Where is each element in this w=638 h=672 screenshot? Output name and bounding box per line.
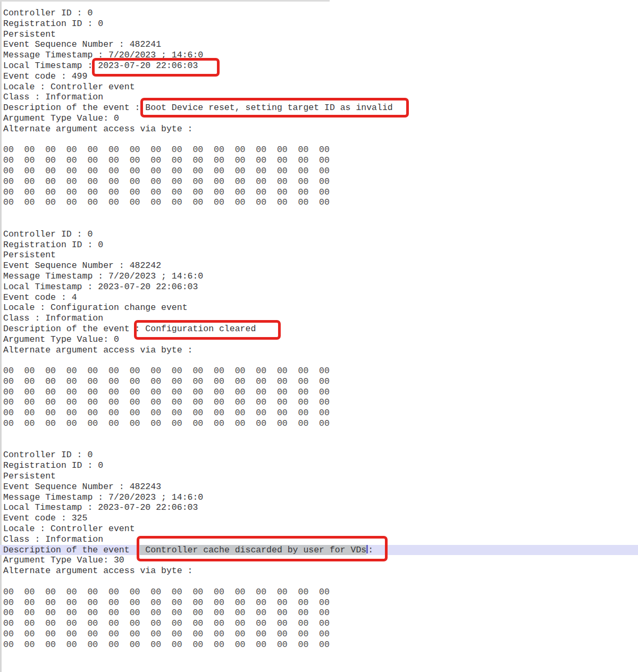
blank-line [3,208,636,219]
log-line: Event Sequence Number : 482242 [3,261,636,271]
blank-line [3,219,636,229]
blank-line [3,355,636,366]
blank-line [3,135,636,145]
log-line: Alternate argument access via byte : [3,566,636,576]
hex-row: 00 00 00 00 00 00 00 00 00 00 00 00 00 0… [3,187,636,198]
blank-line [3,440,636,450]
log-line: Alternate argument access via byte : [3,124,636,135]
log-line: Persistent [3,250,636,261]
log-line: Locale : Controller event [3,82,636,93]
description-prefix: Description of the event : [3,545,140,555]
hex-row: 00 00 00 00 00 00 00 00 00 00 00 00 00 0… [3,155,636,166]
log-line: Locale : Configuration change event [3,303,636,313]
hex-row: 00 00 00 00 00 00 00 00 00 00 00 00 00 0… [3,145,636,155]
log-line: Persistent [3,29,636,40]
hex-row: 00 00 00 00 00 00 00 00 00 00 00 00 00 0… [3,166,636,177]
log-line: Controller ID : 0 [3,450,636,460]
log-line: Event Sequence Number : 482241 [3,39,636,50]
hex-row: 00 00 00 00 00 00 00 00 00 00 00 00 00 0… [3,598,636,608]
hex-row: 00 00 00 00 00 00 00 00 00 00 00 00 00 0… [3,376,636,387]
hex-row: 00 00 00 00 00 00 00 00 00 00 00 00 00 0… [3,177,636,187]
log-line: Locale : Controller event [3,524,636,534]
log-line: Event code : 325 [3,513,636,524]
log-line: Registration ID : 0 [3,240,636,250]
hex-row: 00 00 00 00 00 00 00 00 00 00 00 00 00 0… [3,197,636,208]
log-line: Local Timestamp : 2023-07-20 22:06:03 [3,282,636,292]
log-line: Persistent [3,471,636,482]
hex-row: 00 00 00 00 00 00 00 00 00 00 00 00 00 0… [3,418,636,429]
log-line: Registration ID : 0 [3,19,636,29]
hex-row: 00 00 00 00 00 00 00 00 00 00 00 00 00 0… [3,366,636,376]
log-line: Event code : 4 [3,292,636,303]
log-line: Controller ID : 0 [3,8,636,19]
log-line: Registration ID : 0 [3,460,636,471]
annotation-box-boot-device-reset [140,98,409,117]
log-line: Class : Information [3,313,636,324]
hex-row: 00 00 00 00 00 00 00 00 00 00 00 00 00 0… [3,608,636,618]
log-line: Argument Type Value: 0 [3,334,636,345]
annotation-box-cache-discarded [137,536,388,561]
hex-row: 00 00 00 00 00 00 00 00 00 00 00 00 00 0… [3,618,636,629]
log-line: Event Sequence Number : 482243 [3,482,636,492]
hex-row: 00 00 00 00 00 00 00 00 00 00 00 00 00 0… [3,587,636,598]
annotation-box-local-timestamp [92,58,220,77]
hex-row: 00 00 00 00 00 00 00 00 00 00 00 00 00 0… [3,629,636,640]
hex-row: 00 00 00 00 00 00 00 00 00 00 00 00 00 0… [3,397,636,408]
event-block-1: Controller ID : 0 Registration ID : 0 Pe… [3,8,636,229]
log-line: Alternate argument access via byte : [3,345,636,356]
hex-row: 00 00 00 00 00 00 00 00 00 00 00 00 00 0… [3,640,636,650]
annotation-box-configuration-cleared [134,320,281,340]
log-line: Controller ID : 0 [3,229,636,240]
log-line: Message Timestamp : 7/20/2023 ; 14:6:0 [3,492,636,503]
hex-row: 00 00 00 00 00 00 00 00 00 00 00 00 00 0… [3,408,636,418]
hex-row: 00 00 00 00 00 00 00 00 00 00 00 00 00 0… [3,387,636,398]
log-line: Local Timestamp : 2023-07-20 22:06:03 [3,502,636,513]
log-line-description: Description of the event : Configuration… [3,324,636,334]
log-line: Message Timestamp : 7/20/2023 ; 14:6:0 [3,271,636,282]
window-edge-left [0,0,2,672]
window-edge-top [0,0,330,2]
blank-line [3,576,636,587]
blank-line [3,429,636,440]
event-block-2: Controller ID : 0 Registration ID : 0 Pe… [3,229,636,450]
